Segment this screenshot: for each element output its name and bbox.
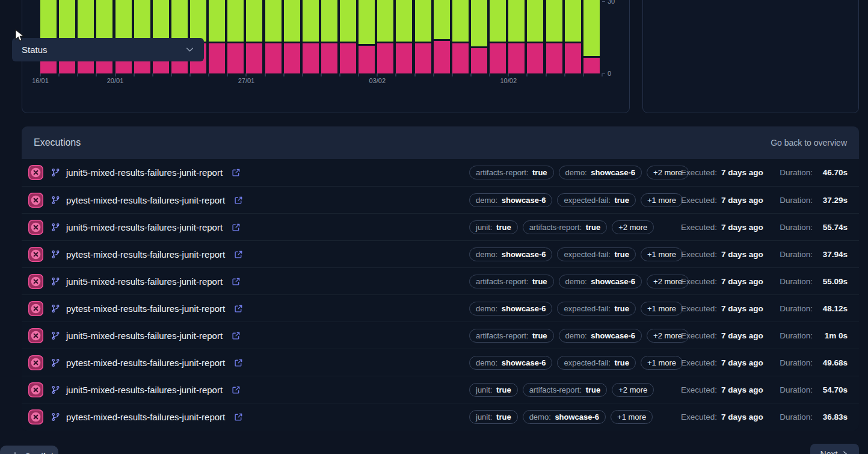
execution-row[interactable]: junit5-mixed-results-failures-junit-repo… [22, 267, 859, 294]
tags-group: demo: showcase-6expected-fail: true+1 mo… [469, 295, 683, 322]
bar-failed-10/02 [508, 43, 525, 73]
go-back-to-overview-link[interactable]: Go back to overview [771, 138, 847, 148]
tag-pill: expected-fail: true [557, 193, 636, 207]
execution-row[interactable]: pytest-mixed-results-failures-junit-repo… [22, 349, 859, 376]
y-axis-tick [602, 1, 605, 2]
executed-value: 7 days ago [721, 168, 763, 177]
y-axis-tick [602, 73, 605, 74]
tag-pill: junit: true [469, 410, 518, 424]
execution-row[interactable]: junit5-mixed-results-failures-junit-repo… [22, 322, 859, 349]
bar-failed-01/02 [340, 43, 356, 73]
x-axis-tick [189, 73, 191, 76]
duration-value: 54.70s [817, 385, 848, 394]
copilot-icon [10, 452, 20, 454]
execution-name[interactable]: pytest-mixed-results-failures-junit-repo… [66, 412, 225, 422]
bar-passed-30/01 [303, 0, 319, 42]
x-axis-tick [77, 73, 78, 76]
external-link-icon[interactable] [234, 412, 243, 421]
external-link-icon[interactable] [234, 304, 243, 313]
failed-status-icon[interactable] [28, 247, 43, 262]
x-axis-tick [489, 73, 490, 76]
executed-label: Executed: [681, 250, 717, 259]
more-tags-pill[interactable]: +1 more [641, 302, 683, 316]
x-axis-tick [152, 73, 153, 76]
bar-failed-29/01 [284, 43, 300, 73]
failed-status-icon[interactable] [28, 328, 43, 343]
executions-title: Executions [34, 137, 81, 148]
external-link-icon[interactable] [232, 223, 241, 232]
x-axis-tick [208, 73, 209, 76]
execution-row[interactable]: pytest-mixed-results-failures-junit-repo… [22, 403, 859, 430]
executed-value: 7 days ago [721, 385, 763, 394]
status-filter-dropdown[interactable]: Status [12, 38, 204, 61]
external-link-icon[interactable] [232, 168, 241, 177]
bar-failed-28/01 [265, 43, 282, 73]
failed-status-icon[interactable] [28, 274, 43, 289]
bar-passed-16/01 [40, 0, 57, 42]
execution-name[interactable]: pytest-mixed-results-failures-junit-repo… [66, 195, 225, 205]
failed-status-icon[interactable] [28, 382, 43, 397]
executions-panel: Executions Go back to overview junit5-mi… [22, 126, 859, 431]
execution-row[interactable]: junit5-mixed-results-failures-junit-repo… [22, 159, 859, 186]
duration-value: 37.94s [817, 250, 848, 259]
execution-name[interactable]: junit5-mixed-results-failures-junit-repo… [66, 331, 223, 341]
more-tags-pill[interactable]: +2 more [612, 220, 654, 234]
execution-name[interactable]: junit5-mixed-results-failures-junit-repo… [66, 276, 223, 287]
bar-failed-27/01 [246, 43, 262, 73]
execution-row[interactable]: pytest-mixed-results-failures-junit-repo… [22, 294, 859, 322]
tags-group: artifacts-report: truedemo: showcase-6+2… [469, 159, 689, 186]
failed-status-icon[interactable] [28, 301, 43, 316]
execution-name[interactable]: junit5-mixed-results-failures-junit-repo… [66, 385, 223, 395]
execution-row[interactable]: pytest-mixed-results-failures-junit-repo… [22, 186, 859, 213]
bar-passed-05/02 [415, 0, 431, 42]
execution-name[interactable]: pytest-mixed-results-failures-junit-repo… [66, 249, 225, 260]
x-axis-tick [470, 73, 472, 76]
executed-value: 7 days ago [721, 196, 763, 205]
execution-row[interactable]: junit5-mixed-results-failures-junit-repo… [22, 376, 859, 403]
x-axis-tick [115, 73, 116, 76]
execution-row[interactable]: pytest-mixed-results-failures-junit-repo… [22, 240, 859, 267]
failed-status-icon[interactable] [28, 409, 43, 424]
x-axis-tick [40, 73, 41, 76]
tag-pill: demo: showcase-6 [469, 193, 552, 207]
execution-name[interactable]: pytest-mixed-results-failures-junit-repo… [66, 303, 225, 314]
bar-passed-13/02 [565, 0, 581, 42]
external-link-icon[interactable] [232, 331, 241, 340]
failed-status-icon[interactable] [28, 355, 43, 370]
execution-name[interactable]: junit5-mixed-results-failures-junit-repo… [66, 167, 223, 178]
executed-label: Executed: [681, 304, 717, 313]
external-link-icon[interactable] [234, 250, 243, 259]
bar-passed-22/01 [153, 0, 169, 42]
git-branch-icon [51, 223, 60, 234]
bar-failed-26/01 [227, 43, 244, 73]
execution-row[interactable]: junit5-mixed-results-failures-junit-repo… [22, 213, 859, 240]
external-link-icon[interactable] [234, 196, 243, 205]
tags-group: demo: showcase-6expected-fail: true+1 mo… [469, 349, 683, 376]
tags-group: junit: trueartifacts-report: true+2 more [469, 214, 654, 240]
failed-status-icon[interactable] [28, 193, 43, 208]
bar-passed-20/01 [115, 0, 132, 42]
tag-pill: expected-fail: true [557, 356, 636, 370]
execution-name[interactable]: junit5-mixed-results-failures-junit-repo… [66, 222, 223, 232]
tag-pill: demo: showcase-6 [469, 356, 552, 370]
execution-name[interactable]: pytest-mixed-results-failures-junit-repo… [66, 358, 225, 368]
failed-status-icon[interactable] [28, 165, 43, 180]
more-tags-pill[interactable]: +1 more [641, 356, 683, 370]
bar-failed-07/02 [452, 43, 469, 73]
x-axis-tick [546, 73, 547, 76]
external-link-icon[interactable] [232, 277, 241, 286]
more-tags-pill[interactable]: +2 more [612, 383, 654, 397]
external-link-icon[interactable] [234, 358, 243, 367]
bar-passed-09/02 [490, 0, 506, 42]
next-page-button[interactable]: Next [810, 444, 859, 454]
more-tags-pill[interactable]: +1 more [611, 410, 653, 424]
external-link-icon[interactable] [232, 385, 241, 394]
more-tags-pill[interactable]: +1 more [641, 247, 683, 261]
copilot-button[interactable]: Copilot [0, 446, 58, 454]
more-tags-pill[interactable]: +1 more [641, 193, 683, 207]
y-axis-label: 0 [608, 70, 611, 77]
tags-group: junit: truedemo: showcase-6+1 more [469, 403, 653, 430]
failed-status-icon[interactable] [28, 220, 43, 235]
tag-pill: demo: showcase-6 [469, 302, 552, 316]
git-branch-icon [51, 331, 60, 343]
